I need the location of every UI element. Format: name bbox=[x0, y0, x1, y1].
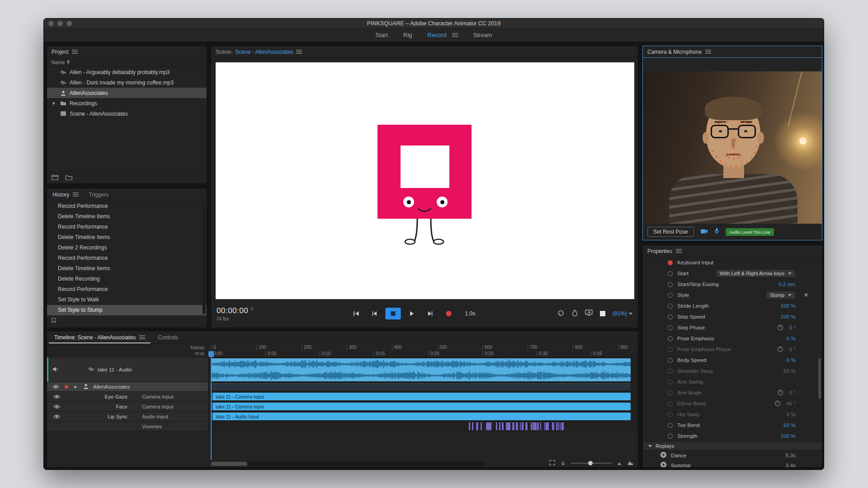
bookmark-icon[interactable] bbox=[52, 317, 56, 325]
audio-clip[interactable] bbox=[211, 358, 631, 381]
camera-toggle-icon[interactable] bbox=[700, 228, 708, 236]
history-item[interactable]: Delete Recording bbox=[47, 274, 207, 284]
visemes-lane[interactable] bbox=[211, 422, 631, 430]
eye-icon[interactable] bbox=[53, 413, 60, 421]
keyframe-radio-icon[interactable] bbox=[668, 293, 673, 298]
history-item[interactable]: Delete Timeline Items bbox=[47, 211, 207, 222]
puppet-track-lane[interactable] bbox=[208, 382, 638, 391]
keyframe-radio-icon[interactable] bbox=[668, 412, 673, 417]
property-value[interactable]: 0 % bbox=[787, 335, 796, 342]
panel-menu-icon[interactable] bbox=[73, 192, 79, 197]
replay-row[interactable]: Surprise3.4s bbox=[643, 460, 822, 468]
property-value[interactable]: 0 ° bbox=[789, 324, 796, 331]
property-value[interactable]: 0.2 sec bbox=[778, 281, 796, 287]
tab-triggers[interactable]: Triggers bbox=[89, 192, 108, 198]
timeline-zoom-slider[interactable] bbox=[571, 463, 612, 464]
property-value[interactable]: 100 % bbox=[781, 433, 796, 439]
next-frame-button[interactable] bbox=[423, 308, 438, 319]
playhead-handle[interactable] bbox=[208, 351, 214, 357]
puppet-group-bar[interactable] bbox=[211, 383, 631, 390]
eye-icon[interactable] bbox=[53, 403, 60, 411]
history-item[interactable]: Record Performance bbox=[47, 222, 207, 232]
properties-scrollbar[interactable] bbox=[818, 358, 821, 399]
property-value[interactable]: 45 ° bbox=[786, 400, 796, 407]
zoom-window-button[interactable] bbox=[66, 21, 72, 26]
microphone-toggle-icon[interactable] bbox=[714, 228, 719, 236]
project-item[interactable]: Allen - Argueably debatably probably.mp3 bbox=[47, 67, 207, 77]
play-circle-icon[interactable] bbox=[660, 451, 667, 460]
tab-stream[interactable]: Stream bbox=[473, 32, 492, 38]
tab-start[interactable]: Start bbox=[376, 32, 388, 38]
audio-track-lane[interactable] bbox=[208, 357, 638, 382]
keyframe-radio-icon[interactable] bbox=[668, 358, 673, 363]
audio-track-header[interactable]: take 11 - Audio bbox=[47, 357, 208, 382]
keyframe-radio-icon[interactable] bbox=[668, 271, 673, 276]
history-item[interactable]: Record Performance bbox=[47, 253, 207, 263]
loop-playback-icon[interactable] bbox=[557, 310, 565, 318]
property-value[interactable]: 0 % bbox=[787, 357, 796, 363]
new-item-icon[interactable] bbox=[52, 174, 58, 182]
history-scrollbar[interactable] bbox=[203, 204, 206, 314]
tab-history[interactable]: History bbox=[52, 192, 79, 198]
titlebar[interactable]: PINKSQUARE – Adobe Character Animator CC… bbox=[44, 19, 824, 28]
scrollbar-thumb[interactable] bbox=[211, 462, 247, 466]
speaker-icon[interactable] bbox=[52, 366, 59, 374]
scene-name-link[interactable]: Scene - AllenAssociates bbox=[235, 49, 293, 55]
keyframe-radio-icon[interactable] bbox=[668, 336, 673, 341]
history-item[interactable]: Delete 2 Recordings bbox=[47, 243, 207, 253]
tab-controls[interactable]: Controls bbox=[152, 331, 184, 343]
take-clip[interactable]: take 11 - Audio Input bbox=[211, 413, 631, 420]
behavior-track-row[interactable]: Visemes bbox=[47, 422, 638, 432]
expand-arrow-icon[interactable] bbox=[51, 101, 57, 105]
tab-timeline[interactable]: Timeline: Scene - AllenAssociates bbox=[49, 331, 151, 343]
play-button[interactable] bbox=[404, 308, 420, 319]
playhead-line[interactable] bbox=[211, 351, 212, 460]
history-item[interactable]: Record Performance bbox=[47, 201, 207, 211]
keyframe-radio-icon[interactable] bbox=[668, 434, 673, 439]
history-item[interactable]: Set Style to Slump bbox=[47, 305, 207, 315]
snapshot-icon[interactable] bbox=[572, 310, 578, 318]
keyframe-radio-icon[interactable] bbox=[668, 347, 673, 352]
project-item[interactable]: Allen - Dont invade my morning coffee.mp… bbox=[47, 77, 207, 88]
zoom-out-mountain-icon[interactable] bbox=[617, 459, 622, 467]
project-item[interactable]: Scene - AllenAssociates bbox=[47, 108, 207, 119]
property-value[interactable]: 50 % bbox=[783, 422, 796, 428]
tab-record[interactable]: Record bbox=[428, 32, 447, 38]
record-armed-dot-icon[interactable] bbox=[668, 260, 673, 265]
name-column-header[interactable]: Name bbox=[47, 58, 207, 67]
eye-icon[interactable] bbox=[52, 383, 59, 391]
record-button[interactable] bbox=[441, 308, 457, 319]
minimize-window-button[interactable] bbox=[57, 21, 63, 26]
new-folder-icon[interactable] bbox=[66, 174, 72, 182]
record-arm-dot-icon[interactable] bbox=[64, 383, 69, 391]
keyframe-radio-icon[interactable] bbox=[668, 369, 673, 374]
timeline-ruler[interactable]: 0100200300400500600700800900 0:000:050:1… bbox=[208, 344, 638, 357]
behavior-track-lane[interactable]: take 11 - Camera Input bbox=[208, 392, 638, 401]
stream-monitor-icon[interactable] bbox=[585, 310, 593, 318]
replays-section-header[interactable]: Replays bbox=[643, 441, 822, 450]
behavior-track-row[interactable]: Eye GazeCamera Inputtake 11 - Camera Inp… bbox=[47, 392, 638, 402]
tab-rig[interactable]: Rig bbox=[403, 32, 412, 38]
chevron-down-icon[interactable] bbox=[73, 383, 77, 391]
close-window-button[interactable] bbox=[48, 21, 54, 26]
panel-menu-icon[interactable] bbox=[139, 335, 145, 339]
fit-timeline-icon[interactable] bbox=[549, 459, 555, 467]
take-clip[interactable]: take 11 - Camera Input bbox=[211, 393, 631, 400]
behavior-track-lane[interactable]: take 11 - Audio Input bbox=[208, 412, 638, 421]
keyframe-radio-icon[interactable] bbox=[668, 282, 673, 287]
puppet-track-row[interactable]: AllenAssociates bbox=[47, 382, 638, 392]
timeline-horizontal-scrollbar[interactable] bbox=[211, 462, 484, 466]
property-value[interactable]: 100 % bbox=[781, 314, 796, 320]
property-dropdown[interactable]: Slump bbox=[766, 291, 796, 299]
history-item[interactable]: Set Style to Walk bbox=[47, 295, 207, 305]
panel-menu-icon[interactable] bbox=[705, 50, 711, 54]
history-item[interactable]: Record Performance bbox=[47, 284, 207, 295]
project-item[interactable]: Recordings bbox=[47, 98, 207, 108]
behavior-track-lane[interactable]: take 11 - Camera Input bbox=[208, 402, 638, 411]
keyframe-radio-icon[interactable] bbox=[668, 401, 673, 406]
set-rest-pose-button[interactable]: Set Rest Pose bbox=[647, 227, 694, 237]
panel-menu-icon[interactable] bbox=[296, 50, 302, 54]
zoom-in-mountain-icon[interactable] bbox=[627, 459, 633, 467]
behavior-track-header[interactable]: Visemes bbox=[47, 422, 208, 431]
property-dropdown[interactable]: With Left & Right Arrow keys bbox=[716, 269, 796, 277]
